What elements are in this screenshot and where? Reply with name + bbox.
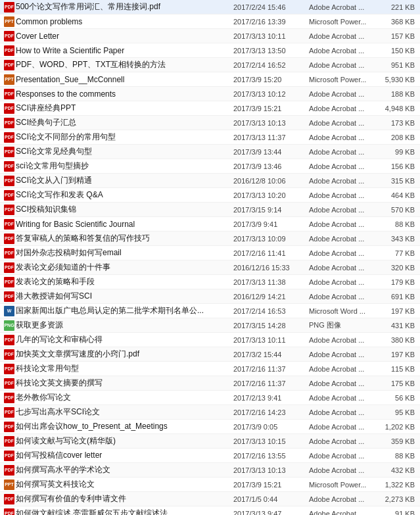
file-name[interactable]: 答复审稿人的策略和答复信的写作技巧 bbox=[16, 233, 233, 244]
file-type: Adobe Acrobat ... bbox=[309, 293, 375, 301]
table-row[interactable]: PDF如何读文献与写论文(精华版)2017/3/13 10:15Adobe Ac… bbox=[0, 434, 420, 449]
table-row[interactable]: W国家新闻出版广电总局认定的第二批学术期刊名单公...2017/2/14 16:… bbox=[0, 304, 420, 318]
pdf-icon: PDF bbox=[4, 219, 14, 230]
table-row[interactable]: PDF七步写出高水平SCI论文2017/2/16 14:23Adobe Acro… bbox=[0, 405, 420, 420]
file-name[interactable]: SCI讲座经典PPT bbox=[16, 103, 233, 114]
file-type: Adobe Acrobat ... bbox=[309, 148, 375, 156]
file-name[interactable]: 如何撰写英文科技论文 bbox=[16, 479, 233, 490]
file-type: PNG 图像 bbox=[309, 320, 375, 330]
table-row[interactable]: PDFWriting for Basic Scientific Journal2… bbox=[0, 217, 420, 232]
file-name[interactable]: Writing for Basic Scientific Journal bbox=[16, 220, 233, 229]
pdf-icon: PDF bbox=[4, 60, 14, 70]
pdf-icon: PDF bbox=[4, 132, 14, 143]
file-name[interactable]: 港大教授讲如何写SCI bbox=[16, 291, 233, 302]
table-row[interactable]: PDFSCI讲座经典PPT2017/3/9 15:21Adobe Acrobat… bbox=[0, 101, 420, 116]
file-name[interactable]: SCI经典句子汇总 bbox=[16, 117, 233, 128]
file-name[interactable]: SCI论文不同部分的常用句型 bbox=[16, 132, 233, 143]
file-name[interactable]: Common problems bbox=[16, 17, 233, 26]
file-date: 2017/2/16 13:55 bbox=[233, 452, 309, 460]
table-row[interactable]: PDF如何出席会议how_to_Present_at_Meetings2017/… bbox=[0, 420, 420, 434]
table-row[interactable]: PDFSCI论文不同部分的常用句型2017/3/13 11:37Adobe Ac… bbox=[0, 130, 420, 145]
file-name[interactable]: 如何撰写高水平的学术论文 bbox=[16, 464, 233, 476]
pdf-icon: PDF bbox=[4, 378, 14, 389]
file-size: 197 KB bbox=[375, 351, 417, 358]
file-name[interactable]: 对国外杂志投稿时如何写email bbox=[16, 247, 233, 258]
table-row[interactable]: PDFSCI论文写作和发表 Q&A2017/3/13 10:20Adobe Ac… bbox=[0, 188, 420, 203]
file-size: 197 KB bbox=[375, 307, 417, 315]
file-type: Adobe Acrobat ... bbox=[309, 437, 375, 445]
table-row[interactable]: PDFSCI论文常见经典句型2017/3/9 13:44Adobe Acroba… bbox=[0, 145, 420, 159]
table-row[interactable]: PDF如何做文献综述.亮雷斯威尔五步文献综述法2017/3/13 9:47Ado… bbox=[0, 506, 420, 515]
table-row[interactable]: PDF发表论文的策略和手段2017/3/13 11:38Adobe Acroba… bbox=[0, 275, 420, 289]
table-row[interactable]: PDF港大教授讲如何写SCI2016/12/9 14:21Adobe Acrob… bbox=[0, 289, 420, 304]
table-row[interactable]: PPTPresentation_Sue__McConnell2017/3/9 1… bbox=[0, 72, 420, 87]
table-row[interactable]: PDFSCI投稿知识集锦2017/3/15 9:14Adobe Acrobat … bbox=[0, 203, 420, 217]
file-date: 2017/3/13 11:38 bbox=[233, 278, 309, 286]
file-name[interactable]: Cover Letter bbox=[16, 32, 233, 41]
file-date: 2017/3/2 15:44 bbox=[233, 351, 309, 358]
table-row[interactable]: PPT如何撰写英文科技论文2017/3/9 15:21Microsoft Pow… bbox=[0, 478, 420, 492]
file-name[interactable]: SCI论文写作和发表 Q&A bbox=[16, 189, 233, 201]
table-row[interactable]: PDF科技论文英文摘要的撰写2017/2/16 11:37Adobe Acrob… bbox=[0, 376, 420, 391]
table-row[interactable]: PDFResponses to the comments2017/3/13 10… bbox=[0, 87, 420, 101]
file-name[interactable]: How to Write a Scientific Paper bbox=[16, 46, 233, 55]
file-name[interactable]: 老外教你写论文 bbox=[16, 392, 233, 403]
file-name[interactable]: 科技论文英文摘要的撰写 bbox=[16, 378, 233, 389]
table-row[interactable]: PDF老外教你写论文2017/2/13 9:41Adobe Acrobat ..… bbox=[0, 391, 420, 405]
table-row[interactable]: PDF如何撰写有价值的专利申请文件2017/1/5 0:44Adobe Acro… bbox=[0, 492, 420, 506]
file-date: 2017/2/16 13:39 bbox=[233, 18, 309, 26]
file-name[interactable]: 如何做文献综述.亮雷斯威尔五步文献综述法 bbox=[16, 508, 233, 515]
file-name[interactable]: PDF、WORD、PPT、TXT互相转换的方法 bbox=[16, 59, 233, 70]
file-name[interactable]: SCI论文常见经典句型 bbox=[16, 146, 233, 157]
file-date: 2017/3/9 0:05 bbox=[233, 423, 309, 431]
file-type: Microsoft Power... bbox=[309, 481, 375, 489]
pdf-icon: PDF bbox=[4, 176, 14, 186]
table-row[interactable]: PDFCover Letter2017/3/13 10:11Adobe Acro… bbox=[0, 29, 420, 43]
file-size: 115 KB bbox=[375, 365, 417, 373]
table-row[interactable]: PDF答复审稿人的策略和答复信的写作技巧2017/3/13 10:09Adobe… bbox=[0, 232, 420, 246]
file-name[interactable]: 科技论文常用句型 bbox=[16, 363, 233, 374]
table-row[interactable]: PDFPDF、WORD、PPT、TXT互相转换的方法2017/2/14 16:5… bbox=[0, 58, 420, 72]
file-name[interactable]: sci论文常用句型摘抄 bbox=[16, 160, 233, 172]
file-name[interactable]: Responses to the comments bbox=[16, 89, 233, 99]
file-name[interactable]: SCI投稿知识集锦 bbox=[16, 204, 233, 215]
file-name[interactable]: 几年的写论文和审稿心得 bbox=[16, 334, 233, 345]
file-name[interactable]: 如何撰写有价值的专利申请文件 bbox=[16, 493, 233, 504]
file-date: 2017/3/9 13:44 bbox=[233, 148, 309, 156]
table-row[interactable]: PDFSCI经典句子汇总2017/3/13 10:13Adobe Acrobat… bbox=[0, 116, 420, 130]
file-name[interactable]: 如何读文献与写论文(精华版) bbox=[16, 435, 233, 447]
file-name[interactable]: 获取更多资源 bbox=[16, 320, 233, 331]
table-row[interactable]: PDFsci论文常用句型摘抄2017/3/9 13:46Adobe Acroba… bbox=[0, 159, 420, 174]
file-date: 2017/3/9 13:46 bbox=[233, 162, 309, 170]
table-row[interactable]: PDF500个论文写作常用词汇、常用连接词.pdf2017/2/24 15:46… bbox=[0, 0, 420, 14]
table-row[interactable]: PDF如何撰写高水平的学术论文2017/3/13 10:13Adobe Acro… bbox=[0, 463, 420, 478]
table-row[interactable]: PNG获取更多资源2017/3/15 14:28PNG 图像431 KB bbox=[0, 318, 420, 333]
table-row[interactable]: PDF对国外杂志投稿时如何写email2017/2/16 11:41Adobe … bbox=[0, 246, 420, 260]
file-name[interactable]: Presentation_Sue__McConnell bbox=[16, 75, 233, 84]
file-name[interactable]: 如何写投稿信cover letter bbox=[16, 450, 233, 461]
table-row[interactable]: PDFSCI论文从入门到精通2016/12/8 10:06Adobe Acrob… bbox=[0, 174, 420, 188]
file-name[interactable]: 发表论文必须知道的十件事 bbox=[16, 262, 233, 273]
file-name[interactable]: 发表论文的策略和手段 bbox=[16, 276, 233, 287]
file-type: Adobe Acrobat ... bbox=[309, 220, 375, 228]
table-row[interactable]: PPTCommon problems2017/2/16 13:39Microso… bbox=[0, 14, 420, 29]
file-name[interactable]: SCI论文从入门到精通 bbox=[16, 175, 233, 186]
file-name[interactable]: 国家新闻出版广电总局认定的第二批学术期刊名单公... bbox=[16, 305, 233, 316]
file-size: 56 KB bbox=[375, 394, 417, 402]
pdf-icon: PDF bbox=[4, 291, 14, 302]
file-name[interactable]: 500个论文写作常用词汇、常用连接词.pdf bbox=[16, 1, 233, 12]
table-row[interactable]: PDF科技论文常用句型2017/2/16 11:37Adobe Acrobat … bbox=[0, 362, 420, 376]
file-name[interactable]: 加快英文文章撰写速度的小窍门.pdf bbox=[16, 349, 233, 360]
table-row[interactable]: PDF几年的写论文和审稿心得2017/3/13 10:11Adobe Acrob… bbox=[0, 333, 420, 347]
file-name[interactable]: 如何出席会议how_to_Present_at_Meetings bbox=[16, 421, 233, 432]
file-date: 2017/3/13 10:11 bbox=[233, 336, 309, 344]
file-type: Adobe Acrobat ... bbox=[309, 191, 375, 199]
table-row[interactable]: PDF如何写投稿信cover letter2017/2/16 13:55Adob… bbox=[0, 449, 420, 463]
file-list: PDF500个论文写作常用词汇、常用连接词.pdf2017/2/24 15:46… bbox=[0, 0, 420, 515]
file-type: Adobe Acrobat ... bbox=[309, 47, 375, 55]
file-size: 2,273 KB bbox=[375, 495, 417, 503]
table-row[interactable]: PDF加快英文文章撰写速度的小窍门.pdf2017/3/2 15:44Adobe… bbox=[0, 347, 420, 362]
table-row[interactable]: PDF发表论文必须知道的十件事2016/12/16 15:33Adobe Acr… bbox=[0, 260, 420, 275]
table-row[interactable]: PDFHow to Write a Scientific Paper2017/3… bbox=[0, 43, 420, 58]
file-name[interactable]: 七步写出高水平SCI论文 bbox=[16, 406, 233, 418]
